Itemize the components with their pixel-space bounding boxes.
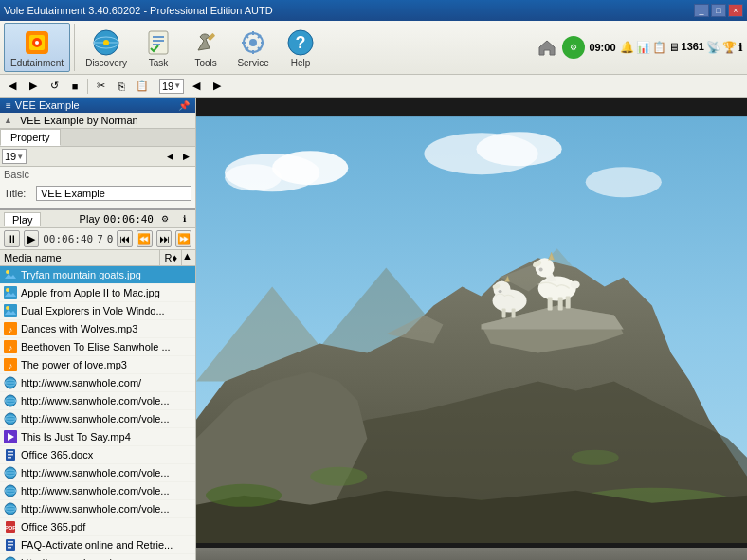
list-item[interactable]: Office 365.docx (0, 446, 195, 464)
list-item[interactable]: http://www.sanwhole.com/ (0, 374, 195, 392)
toolbar-task[interactable]: Task (136, 23, 181, 72)
web-icon (4, 376, 17, 389)
list-item[interactable]: Dual Explorers in Vole Windo... (0, 302, 195, 320)
svg-point-86 (539, 267, 543, 271)
title-property-row: Title: (4, 186, 191, 201)
expand-button[interactable]: ≡ (6, 100, 11, 111)
svg-point-95 (206, 484, 282, 507)
chevron-down-icon: ▼ (173, 81, 181, 90)
service-icon (238, 27, 268, 58)
list-item[interactable]: Apple from Apple II to Mac.jpg (0, 284, 195, 302)
svg-point-22 (6, 288, 9, 292)
pin-button[interactable]: 📌 (178, 100, 190, 111)
arrow-right-btn[interactable]: ▶ (178, 149, 193, 164)
play-info-icon[interactable]: ℹ (176, 211, 191, 226)
maximize-button[interactable]: □ (711, 4, 726, 17)
arrow-left-btn[interactable]: ◀ (162, 149, 177, 164)
play-duration-label: Play (80, 213, 100, 225)
svg-point-19 (6, 270, 9, 274)
subtitle-section: ▲ VEE Example by Norman (0, 113, 195, 129)
svg-rect-20 (4, 286, 17, 299)
tools-icon (191, 27, 221, 58)
list-item[interactable]: ♪ Dances with Wolves.mp3 (0, 320, 195, 338)
back-button[interactable]: ◀ (4, 78, 21, 95)
toolbar-help[interactable]: ? Help (278, 23, 323, 72)
svg-text:♪: ♪ (9, 343, 13, 352)
size-dropdown[interactable]: 19 ▼ (2, 149, 27, 164)
main-toolbar: Edutainment Discovery Task (0, 21, 747, 75)
list-item[interactable]: ♪ Beethoven To Elise Sanwhole ... (0, 338, 195, 356)
toolbar-service[interactable]: Service (230, 23, 276, 72)
time-display: 09:00 (589, 42, 615, 53)
web-icon (4, 394, 17, 407)
list-item[interactable]: ♪ The power of love.mp3 (0, 356, 195, 374)
secondary-toolbar: ◀ ▶ ↺ ■ ✂ ⎘ 📋 19 ▼ ◀ ▶ (0, 75, 747, 98)
task-label: Task (149, 58, 169, 68)
list-item[interactable]: FAQ-Activate online and Retrie... (0, 536, 195, 554)
cut-button[interactable]: ✂ (92, 78, 109, 95)
paste-button[interactable]: 📋 (134, 78, 151, 95)
play-duration-area: Play 00:06:40 ⚙ ℹ (80, 211, 191, 226)
list-item[interactable]: PDF Office 365.pdf (0, 518, 195, 536)
list-item[interactable]: Tryfan mountain goats.jpg (0, 266, 195, 284)
stop-button[interactable]: ■ (66, 78, 83, 95)
svg-rect-44 (8, 451, 13, 453)
media-list[interactable]: Tryfan mountain goats.jpg Apple from App… (0, 266, 195, 560)
svg-point-14 (249, 39, 257, 46)
skip-back-button[interactable]: ⏮ (117, 230, 133, 247)
play-section: Play Play 00:06:40 ⚙ ℹ ⏸ ▶ 00:06:40 7 0 … (0, 208, 195, 560)
refresh-button[interactable]: ↺ (46, 78, 63, 95)
fast-forward-button[interactable]: ⏩ (175, 230, 191, 247)
pause-button[interactable]: ⏸ (4, 230, 20, 247)
list-item[interactable]: http://www.sanwhole.com/vole... (0, 392, 195, 410)
main-scene (196, 98, 747, 560)
list-item[interactable]: http://www.sanwhole.com/vole... (0, 482, 195, 500)
nav-dropdown-value: 19 (162, 81, 173, 92)
play-duration: 00:06:40 (103, 213, 154, 226)
svg-rect-46 (8, 457, 11, 459)
play-settings-icon[interactable]: ⚙ (157, 211, 173, 226)
svg-text:?: ? (296, 33, 306, 52)
title-input[interactable] (36, 186, 191, 201)
collapse-icon[interactable]: ▲ (4, 116, 12, 125)
toolbar-separator-1 (74, 24, 75, 71)
svg-point-7 (103, 40, 109, 45)
close-button[interactable]: × (728, 4, 743, 17)
web-icon (4, 484, 17, 497)
tab-bar: Property (0, 129, 195, 147)
list-item[interactable]: http://www.sanwhole.com/vole... (0, 500, 195, 518)
list-item[interactable]: http://www.aol.com/ (0, 554, 195, 560)
toolbar-tools[interactable]: Tools (183, 23, 228, 72)
list-item[interactable]: This Is Just To Say.mp4 (0, 428, 195, 446)
service-label: Service (237, 58, 268, 68)
copy-button[interactable]: ⎘ (113, 78, 130, 95)
tab-property[interactable]: Property (0, 129, 61, 146)
toolbar-edutainment[interactable]: Edutainment (4, 23, 70, 72)
forward-button[interactable]: ▶ (25, 78, 42, 95)
sep (87, 79, 88, 94)
toolbar-discovery[interactable]: Discovery (79, 23, 134, 72)
scroll-up-btn[interactable]: ▲ (182, 250, 195, 265)
svg-rect-23 (4, 304, 17, 317)
svg-rect-59 (8, 541, 13, 543)
doc-icon (4, 538, 17, 551)
home-icon[interactable] (536, 36, 558, 59)
skip-forward-button[interactable]: ⏭ (156, 230, 173, 247)
step-back-button[interactable]: ⏪ (137, 230, 153, 247)
svg-point-93 (310, 467, 367, 486)
play-tab[interactable]: Play (4, 212, 41, 226)
titlebar-controls[interactable]: _ □ × (694, 4, 743, 17)
nav-right[interactable]: ▶ (209, 78, 226, 95)
nav-dropdown[interactable]: 19 ▼ (159, 79, 184, 94)
discovery-label: Discovery (85, 58, 127, 68)
play-button[interactable]: ▶ (24, 230, 40, 247)
svg-rect-17 (4, 268, 17, 281)
edutainment-label: Edutainment (10, 58, 64, 68)
nav-left[interactable]: ◀ (188, 78, 205, 95)
video-icon (4, 430, 17, 443)
list-item[interactable]: http://www.sanwhole.com/vole... (0, 464, 195, 482)
minimize-button[interactable]: _ (694, 4, 709, 17)
list-item[interactable]: http://www.sanwhole.com/vole... (0, 410, 195, 428)
titlebar-title: Vole Edutainment 3.40.60202 - Profession… (4, 5, 273, 16)
svg-rect-61 (8, 547, 11, 549)
